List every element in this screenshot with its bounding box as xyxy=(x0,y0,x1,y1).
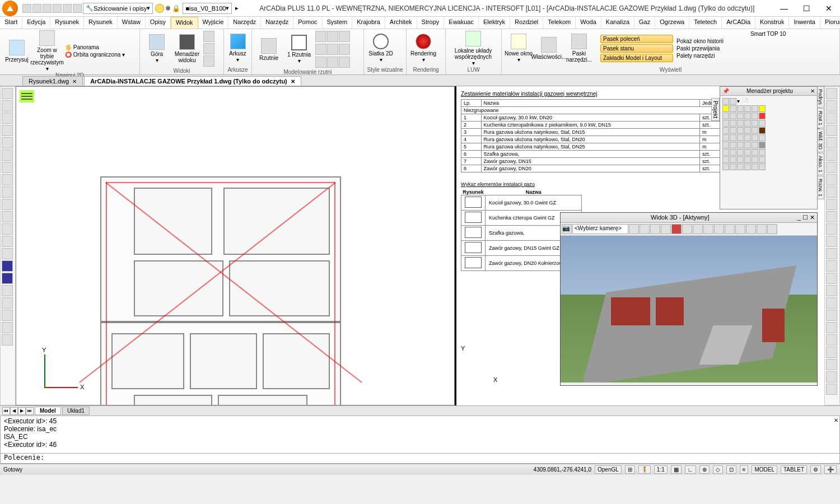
status-opengl[interactable]: OpenGL xyxy=(595,465,622,474)
menu-rysunek[interactable]: Rysunek xyxy=(84,17,118,29)
rtool-fillet-icon[interactable] xyxy=(826,199,837,210)
doc-tab[interactable]: Rysunek1.dwg✕ xyxy=(22,76,83,86)
menu-kanaliza[interactable]: Kanaliza xyxy=(601,17,634,29)
rtool-extend-icon[interactable] xyxy=(826,186,837,198)
tool-circle-icon[interactable] xyxy=(2,137,13,148)
menu-pomoc[interactable]: Pomoc xyxy=(293,17,322,29)
v3d-4[interactable] xyxy=(661,224,671,234)
tool-measure-icon[interactable] xyxy=(2,334,13,346)
minimize-button[interactable]: — xyxy=(773,0,795,17)
menu-rozdziel[interactable]: Rozdziel xyxy=(510,17,543,29)
menu-narzędz[interactable]: Narzędz xyxy=(261,17,293,29)
one-viewport-button[interactable]: 1 Rzutnia▾ xyxy=(284,35,314,64)
v3d-2[interactable] xyxy=(640,224,650,234)
qat-new-icon[interactable] xyxy=(22,4,31,13)
v3d-10[interactable] xyxy=(725,224,735,234)
status-snap-icon[interactable]: ⊞ xyxy=(625,465,635,474)
command-prompt[interactable]: Polecenie: xyxy=(0,454,840,464)
properties-button[interactable]: Właściwości... xyxy=(534,37,563,60)
view-small-1[interactable] xyxy=(203,31,214,42)
orbit-button[interactable]: ⭕ Orbita ograniczona ▾ xyxy=(63,51,127,58)
menu-krajobra[interactable]: Krajobra xyxy=(352,17,385,29)
menu-woda[interactable]: Woda xyxy=(576,17,601,29)
tool-line-icon[interactable] xyxy=(2,88,13,99)
v3d-13[interactable] xyxy=(757,224,767,234)
status-lwt-icon[interactable]: ≡ xyxy=(740,465,749,474)
menu-system[interactable]: System xyxy=(323,17,353,29)
tool-table-icon[interactable] xyxy=(2,310,13,321)
status-otrack-icon[interactable]: ⊡ xyxy=(726,465,736,474)
rtool-mirror-icon[interactable] xyxy=(826,137,837,148)
rtool-copy-icon[interactable] xyxy=(826,100,837,111)
rtool-lengthen-icon[interactable] xyxy=(826,297,837,309)
v3d-11[interactable] xyxy=(735,224,745,234)
tool-leader-icon[interactable] xyxy=(2,297,13,309)
panel-close-icon[interactable]: ✕ xyxy=(810,88,815,94)
rtool-rotate-icon[interactable] xyxy=(826,113,837,124)
command-bar-toggle[interactable]: Pasek poleceń xyxy=(600,35,673,43)
menu-konstruk[interactable]: Konstruk xyxy=(755,17,789,29)
tool-dim-icon[interactable] xyxy=(2,285,13,296)
tabs-toggle[interactable]: Zakładki Model i Layout xyxy=(600,54,673,62)
menu-pioruno[interactable]: Pioruno xyxy=(820,17,840,29)
tab-close-icon[interactable]: ✕ xyxy=(291,78,295,85)
menu-inwenta[interactable]: Inwenta xyxy=(789,17,820,29)
doc-tab[interactable]: ArCADia-INSTALACJE GAZOWE Przykład 1.dwg… xyxy=(84,76,301,86)
rtool-edit-icon[interactable] xyxy=(826,310,837,321)
menu-ogrzewa[interactable]: Ogrzewa xyxy=(655,17,689,29)
qat-open-icon[interactable] xyxy=(32,4,41,13)
qat-bulb-icon[interactable] xyxy=(155,4,164,13)
panorama-button[interactable]: 🖐 Panorama xyxy=(63,44,127,51)
view-small-3[interactable] xyxy=(203,55,214,67)
menu-teletech[interactable]: Teletech xyxy=(689,17,722,29)
layout-nav[interactable]: ⏮◀▶⏭ xyxy=(2,407,34,415)
view3d-max-icon[interactable]: ☐ xyxy=(802,214,808,221)
menu-wyjście[interactable]: Wyjście xyxy=(198,17,229,29)
rtool-stretch-icon[interactable] xyxy=(826,273,837,284)
menu-gaz[interactable]: Gaz xyxy=(634,17,655,29)
tool-region-icon[interactable] xyxy=(2,211,13,222)
status-gear-icon[interactable]: ⚙ xyxy=(810,465,821,474)
tool-wipe-icon[interactable] xyxy=(2,236,13,247)
viewport-grid[interactable] xyxy=(315,30,349,68)
view-3d-panel[interactable]: Widok 3D - [Aktywny]_ ☐ ✕ 📷 <Wybierz kam… xyxy=(560,212,818,386)
top-view-button[interactable]: Góra▾ xyxy=(142,34,171,63)
ucs-button[interactable]: Lokalne układy współrzędnych▾ xyxy=(448,31,498,66)
status-model[interactable]: MODEL xyxy=(752,465,777,474)
menu-elektryk[interactable]: Elektryk xyxy=(479,17,510,29)
status-polar-icon[interactable]: ⊕ xyxy=(699,465,710,474)
qat-dropdown-arrow-icon[interactable]: ▸ xyxy=(235,4,239,12)
close-button[interactable]: ✕ xyxy=(818,0,840,17)
rtool-align-icon[interactable] xyxy=(826,285,837,296)
grid2d-button[interactable]: Siatka 2D▾ xyxy=(366,34,395,63)
qat-snow-icon[interactable]: ❄ xyxy=(165,4,171,12)
redraw-button[interactable]: Przerysuj xyxy=(2,40,31,63)
rtool-chamfer-icon[interactable] xyxy=(826,211,837,222)
menu-edycja[interactable]: Edycja xyxy=(22,17,50,29)
tool-point-icon[interactable] xyxy=(2,186,13,198)
menu-start[interactable]: Start xyxy=(0,17,22,29)
tool-palettes-toggle[interactable]: Palety narzędzi xyxy=(674,52,747,59)
rtool-erase-icon[interactable] xyxy=(826,260,837,272)
status-osnap-icon[interactable]: ◇ xyxy=(713,465,723,474)
rendering-button[interactable]: Rendering▾ xyxy=(409,34,438,63)
toolbars-button[interactable]: Paski narzędzi... xyxy=(564,34,594,63)
menu-narzędz[interactable]: Narzędz xyxy=(228,17,261,29)
rtool-explode-icon[interactable] xyxy=(826,248,837,259)
menu-arcadia[interactable]: ArCADia xyxy=(722,17,755,29)
v3d-8[interactable] xyxy=(703,224,713,234)
view-menu-icon[interactable] xyxy=(20,90,34,102)
qat-save-icon[interactable] xyxy=(43,4,52,13)
scroll-bars-toggle[interactable]: Paski przewijania xyxy=(674,45,747,52)
status-scale[interactable]: 1:1 xyxy=(654,465,668,474)
menu-stropy[interactable]: Stropy xyxy=(417,17,445,29)
rtool-prop-icon[interactable] xyxy=(826,334,837,346)
command-history[interactable]: ✕ <Executor id>: 45Polecenie: isa_ecISA_… xyxy=(0,416,840,454)
zoom-realtime-button[interactable]: Zoom w trybie rzeczywistym▾ xyxy=(32,30,62,72)
tool-rect-icon[interactable] xyxy=(2,162,13,173)
tool-mtext-icon[interactable] xyxy=(2,273,13,284)
view3d-close-icon[interactable]: ✕ xyxy=(810,214,815,221)
sheet-button[interactable]: Arkusz▾ xyxy=(226,34,249,63)
maximize-button[interactable]: ☐ xyxy=(795,0,818,17)
menu-ewakuac[interactable]: Ewakuac xyxy=(444,17,479,29)
